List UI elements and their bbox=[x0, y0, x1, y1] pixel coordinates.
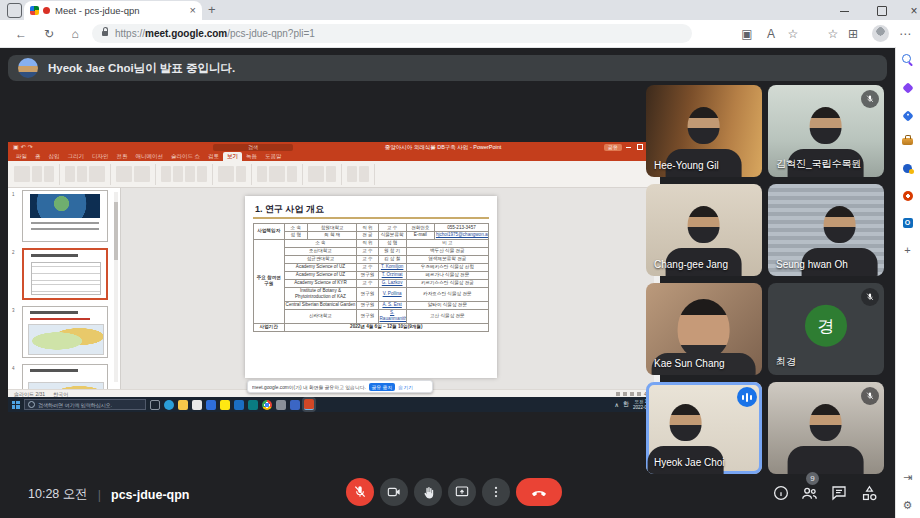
ppt-share-button[interactable]: 공유 bbox=[604, 144, 622, 151]
sidebar-discover-icon[interactable] bbox=[900, 80, 915, 95]
task-view-icon[interactable] bbox=[150, 400, 160, 410]
windows-start-icon[interactable] bbox=[12, 401, 20, 409]
address-bar[interactable]: https://meet.google.com/pcs-jdue-qpn?pli… bbox=[92, 24, 692, 43]
more-options-button[interactable] bbox=[482, 478, 510, 506]
ribbon-group[interactable] bbox=[308, 164, 342, 185]
participant-tile[interactable]: 경 최경 bbox=[768, 283, 884, 375]
app-icon[interactable] bbox=[276, 400, 286, 410]
ppt-tab-animations[interactable]: 애니메이션 bbox=[132, 152, 168, 161]
camera-icon bbox=[386, 484, 402, 500]
profile-avatar[interactable] bbox=[872, 25, 889, 42]
close-tab-icon[interactable]: × bbox=[190, 5, 196, 16]
show-people-button[interactable] bbox=[798, 482, 820, 504]
word-app-icon[interactable] bbox=[234, 400, 244, 410]
slide-thumbnail-3[interactable] bbox=[22, 306, 108, 358]
ppt-minimize-button[interactable] bbox=[624, 144, 632, 150]
ribbon-group[interactable] bbox=[218, 164, 252, 185]
favorites-star-icon[interactable]: ☆ bbox=[784, 26, 802, 42]
sidebar-search-icon[interactable] bbox=[900, 52, 915, 67]
app-icon[interactable] bbox=[290, 400, 300, 410]
app-icon[interactable] bbox=[192, 400, 202, 410]
sidebar-office-icon[interactable] bbox=[900, 188, 915, 203]
sidebar-outlook-icon[interactable]: O bbox=[900, 215, 915, 230]
ribbon-group[interactable] bbox=[65, 164, 111, 185]
refresh-icon[interactable]: ↻ bbox=[40, 26, 58, 42]
participant-tile[interactable]: 김혁진_국립수목원 bbox=[768, 85, 884, 177]
sidebar-shopping-icon[interactable] bbox=[900, 161, 915, 176]
powerpoint-app-icon[interactable] bbox=[304, 399, 314, 410]
ppt-tab-review[interactable]: 검토 bbox=[204, 152, 223, 161]
participant-tile-active-speaker[interactable]: Hyeok Jae Choi bbox=[646, 382, 762, 474]
participant-tile[interactable]: Kae Sun Chang bbox=[646, 283, 762, 375]
chat-button[interactable] bbox=[828, 482, 850, 504]
ribbon-group[interactable] bbox=[161, 164, 213, 185]
participant-tile[interactable]: Seung hwan Oh bbox=[768, 184, 884, 276]
view-reading-icon[interactable] bbox=[630, 392, 634, 396]
ribbon-group[interactable] bbox=[257, 164, 303, 185]
view-slideshow-icon[interactable] bbox=[637, 392, 641, 396]
slide-thumbnail-1[interactable] bbox=[22, 190, 108, 242]
tray-up-icon[interactable]: ∧ bbox=[615, 401, 619, 408]
sidebar-settings-icon[interactable]: ⚙ bbox=[900, 498, 915, 513]
ppt-tab-view[interactable]: 보기 bbox=[223, 152, 242, 161]
chrome-app-icon[interactable] bbox=[262, 400, 272, 410]
end-call-button[interactable] bbox=[516, 478, 562, 506]
ppt-tab-slideshow[interactable]: 슬라이드 쇼 bbox=[167, 152, 204, 161]
browser-tab[interactable]: Meet - pcs-jdue-qpn × bbox=[24, 1, 202, 20]
ribbon-group[interactable] bbox=[347, 164, 375, 185]
home-icon[interactable]: ⌂ bbox=[66, 26, 84, 42]
ppt-tab-draw[interactable]: 그리기 bbox=[64, 152, 89, 161]
hide-toast-button[interactable]: 숨기기 bbox=[398, 384, 412, 390]
tab-actions-icon[interactable] bbox=[7, 3, 22, 18]
ppt-maximize-button[interactable] bbox=[636, 144, 644, 150]
sidebar-tag-icon[interactable] bbox=[900, 108, 915, 123]
ppt-search-box[interactable]: 검색 bbox=[213, 144, 293, 151]
favorites-bar-icon[interactable]: ☆ bbox=[824, 26, 842, 42]
raise-hand-button[interactable] bbox=[414, 478, 442, 506]
ppt-tab-design[interactable]: 디자인 bbox=[88, 152, 113, 161]
thumbnail-scrollbar[interactable] bbox=[114, 192, 118, 382]
ppt-tab-home[interactable]: 홈 bbox=[31, 152, 45, 161]
mic-toggle-button[interactable] bbox=[346, 478, 374, 506]
app-icon[interactable] bbox=[248, 400, 258, 410]
new-tab-button[interactable]: + bbox=[208, 2, 216, 17]
language-indicator[interactable]: 한국어 bbox=[53, 391, 68, 397]
present-button[interactable] bbox=[448, 478, 476, 506]
meeting-details-button[interactable] bbox=[770, 482, 792, 504]
activities-button[interactable] bbox=[858, 482, 880, 504]
view-sorter-icon[interactable] bbox=[623, 392, 627, 396]
ppt-tab-help[interactable]: 도움말 bbox=[261, 152, 286, 161]
slide-thumbnail-2-selected[interactable] bbox=[22, 248, 108, 300]
read-aloud-icon[interactable]: A bbox=[762, 26, 780, 42]
participant-tile[interactable]: Hee-Young Gil bbox=[646, 85, 762, 177]
ppt-quick-access-icons[interactable]: ▣↶↷ bbox=[13, 143, 35, 150]
ribbon-group[interactable] bbox=[116, 164, 156, 185]
sidebar-tools-icon[interactable] bbox=[900, 134, 915, 149]
window-close-button[interactable]: × bbox=[904, 6, 920, 16]
edge-app-icon[interactable] bbox=[164, 400, 174, 410]
camera-toggle-button[interactable] bbox=[380, 478, 408, 506]
window-minimize-button[interactable] bbox=[834, 6, 854, 16]
ribbon-group[interactable] bbox=[14, 164, 60, 185]
browser-menu-icon[interactable]: ⋯ bbox=[896, 26, 914, 42]
view-normal-icon[interactable] bbox=[616, 392, 620, 396]
kakaotalk-icon[interactable] bbox=[220, 400, 230, 410]
ime-indicator[interactable]: 한 bbox=[623, 400, 629, 409]
windows-search-box[interactable]: 검색하려면 여기에 입력하십시오. bbox=[24, 399, 146, 410]
participant-tile[interactable] bbox=[768, 382, 884, 474]
mail-app-icon[interactable] bbox=[206, 400, 216, 410]
ppt-tab-file[interactable]: 파일 bbox=[12, 152, 31, 161]
ppt-tab-record[interactable]: 녹음 bbox=[242, 152, 261, 161]
file-explorer-icon[interactable] bbox=[178, 400, 188, 410]
sidebar-panel-icon[interactable]: ⇥ bbox=[900, 470, 915, 485]
sidebar-add-icon[interactable]: + bbox=[900, 243, 915, 258]
back-icon[interactable]: ← bbox=[12, 26, 30, 42]
ppt-tab-insert[interactable]: 삽입 bbox=[45, 152, 64, 161]
ppt-tab-transitions[interactable]: 전환 bbox=[113, 152, 132, 161]
tab-media-icon[interactable]: ▣ bbox=[738, 26, 756, 42]
participant-tile[interactable]: Chang-gee Jang bbox=[646, 184, 762, 276]
window-maximize-button[interactable] bbox=[872, 6, 892, 16]
collections-icon[interactable]: ⊞ bbox=[844, 26, 862, 42]
stop-sharing-button[interactable]: 공유 중지 bbox=[369, 383, 396, 391]
thumb4-title-line bbox=[30, 369, 79, 372]
